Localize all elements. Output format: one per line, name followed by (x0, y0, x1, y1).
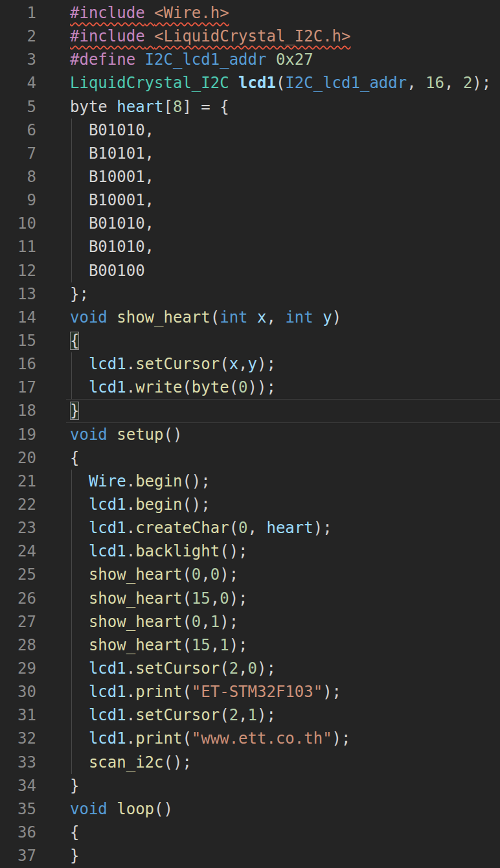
line-number[interactable]: 12 (0, 259, 36, 282)
code-line[interactable]: 1#include <Wire.h> (0, 1, 500, 25)
line-number[interactable]: 34 (0, 774, 36, 797)
code-line[interactable]: 36{ (0, 821, 500, 844)
code-line[interactable]: 26 show_heart(15,0); (0, 587, 500, 610)
line-number[interactable]: 2 (0, 25, 36, 48)
code-line[interactable]: 19void setup() (0, 423, 500, 446)
line-number[interactable]: 4 (0, 71, 36, 95)
code-line[interactable]: 32 lcd1.print("www.ett.co.th"); (0, 727, 500, 750)
code-token: 15 (192, 636, 210, 654)
code-line[interactable]: 30 lcd1.print("ET-STM32F103"); (0, 680, 500, 703)
code-line[interactable]: 6 B01010, (0, 119, 500, 142)
code-line[interactable]: 24 lcd1.backlight(); (0, 540, 500, 563)
line-number[interactable]: 13 (0, 282, 36, 306)
line-number[interactable]: 22 (0, 493, 36, 516)
line-number[interactable]: 23 (0, 516, 36, 540)
code-line[interactable]: 33 scan_i2c(); (0, 751, 500, 774)
line-number[interactable]: 36 (0, 821, 36, 844)
line-number[interactable]: 37 (0, 844, 36, 867)
code-line[interactable]: 27 show_heart(0,1); (0, 610, 500, 634)
line-number[interactable]: 5 (0, 95, 36, 119)
line-number[interactable]: 8 (0, 165, 36, 188)
code-line[interactable]: 16 lcd1.setCursor(x,y); (0, 352, 500, 376)
code-line[interactable]: 11 B01010, (0, 235, 500, 258)
code-line[interactable]: 4LiquidCrystal_I2C lcd1(I2C_lcd1_addr, 1… (0, 71, 500, 95)
code-line[interactable]: 35void loop() (0, 797, 500, 821)
code-line[interactable]: 5byte heart[8] = { (0, 95, 500, 119)
code-line-content: byte heart[8] = { (36, 95, 500, 119)
line-number[interactable]: 28 (0, 634, 36, 657)
code-line[interactable]: 15{ (0, 329, 500, 352)
code-token: () (164, 426, 183, 444)
line-number[interactable]: 14 (0, 306, 36, 329)
line-number[interactable]: 17 (0, 376, 36, 399)
code-line[interactable]: 2#include <LiquidCrystal_I2C.h> (0, 25, 500, 48)
code-line[interactable]: 34} (0, 774, 500, 797)
line-number[interactable]: 7 (0, 142, 36, 165)
code-line[interactable]: 9 B10001, (0, 188, 500, 212)
code-line-content: void loop() (36, 797, 500, 821)
code-line[interactable]: 29 lcd1.setCursor(2,0); (0, 657, 500, 680)
code-token: setCursor (135, 706, 220, 724)
code-token: ); (220, 565, 238, 584)
line-number[interactable]: 30 (0, 680, 36, 703)
line-number[interactable]: 29 (0, 657, 36, 680)
code-line-content: lcd1.setCursor(x,y); (36, 352, 500, 376)
code-line[interactable]: 12 B00100 (0, 259, 500, 282)
code-line[interactable]: 23 lcd1.createChar(0, heart); (0, 516, 500, 540)
line-number[interactable]: 10 (0, 212, 36, 235)
code-line[interactable]: 37} (0, 844, 500, 867)
line-number[interactable]: 9 (0, 188, 36, 212)
code-token: ( (210, 308, 220, 326)
line-number[interactable]: 31 (0, 703, 36, 727)
code-token: . (126, 378, 135, 396)
code-token: . (126, 519, 135, 537)
code-token: lcd1 (89, 378, 126, 396)
code-token (145, 27, 154, 45)
line-number[interactable]: 15 (0, 329, 36, 352)
code-line[interactable]: 22 lcd1.begin(); (0, 493, 500, 516)
code-line[interactable]: 21 Wire.begin(); (0, 470, 500, 493)
code-token: "ET-STM32F103" (192, 683, 323, 701)
code-line-content: void show_heart(int x, int y) (36, 306, 500, 329)
code-token: 8 (173, 98, 182, 116)
code-token: . (126, 496, 135, 514)
line-number[interactable]: 27 (0, 610, 36, 634)
code-line[interactable]: 20{ (0, 446, 500, 470)
code-line[interactable]: 14void show_heart(int x, int y) (0, 306, 500, 329)
code-token: , (238, 355, 247, 373)
code-line[interactable]: 31 lcd1.setCursor(2,1); (0, 703, 500, 727)
code-token: , (238, 706, 247, 724)
line-number[interactable]: 25 (0, 563, 36, 586)
line-number[interactable]: 33 (0, 751, 36, 774)
code-line[interactable]: 8 B10001, (0, 165, 500, 188)
code-token: lcd1 (89, 659, 126, 678)
line-number[interactable]: 1 (0, 1, 36, 25)
line-number[interactable]: 6 (0, 119, 36, 142)
line-number[interactable]: 24 (0, 540, 36, 563)
error-squiggle: #include <Wire.h> (70, 4, 229, 22)
code-line[interactable]: 7 B10101, (0, 142, 500, 165)
code-line[interactable]: 25 show_heart(0,0); (0, 563, 500, 586)
code-token: B10001, (70, 191, 154, 209)
line-number[interactable]: 18 (0, 399, 36, 422)
code-line[interactable]: 18} (0, 399, 500, 422)
line-number[interactable]: 21 (0, 470, 36, 493)
code-token: backlight (135, 542, 220, 560)
code-line[interactable]: 28 show_heart(15,1); (0, 634, 500, 657)
code-editor[interactable]: 1#include <Wire.h>2#include <LiquidCryst… (0, 0, 500, 867)
line-number[interactable]: 16 (0, 352, 36, 376)
line-number[interactable]: 20 (0, 446, 36, 470)
code-line[interactable]: 10 B01010, (0, 212, 500, 235)
line-number[interactable]: 19 (0, 423, 36, 446)
code-line[interactable]: 3#define I2C_lcd1_addr 0x27 (0, 48, 500, 71)
code-line[interactable]: 13}; (0, 282, 500, 306)
line-number[interactable]: 26 (0, 587, 36, 610)
line-number[interactable]: 35 (0, 797, 36, 821)
code-token: setCursor (135, 355, 220, 373)
code-line[interactable]: 17 lcd1.write(byte(0)); (0, 376, 500, 399)
line-number[interactable]: 32 (0, 727, 36, 750)
line-number[interactable]: 3 (0, 48, 36, 71)
code-line-content: B10001, (36, 165, 500, 188)
code-token: print (135, 683, 182, 701)
line-number[interactable]: 11 (0, 235, 36, 258)
